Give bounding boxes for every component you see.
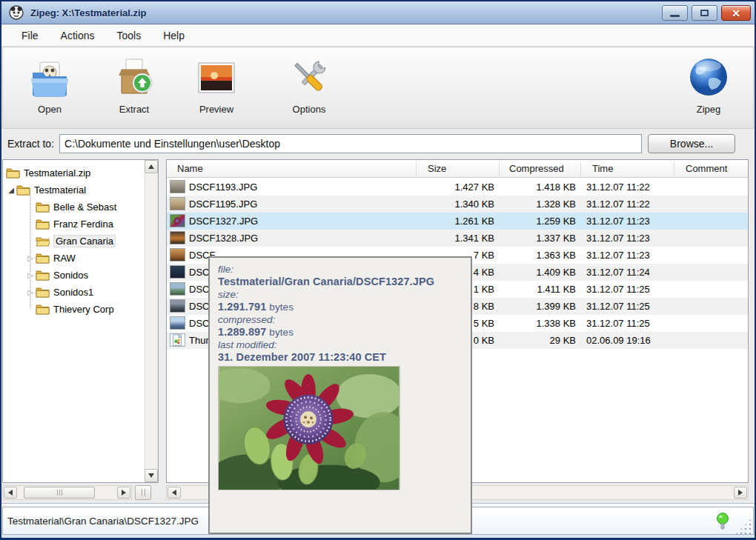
extract-icon	[113, 56, 156, 99]
minimize-button[interactable]	[662, 5, 688, 21]
tree-item-testmaterial[interactable]: ◢Testmaterial	[3, 181, 145, 199]
scroll-up-button[interactable]	[145, 160, 158, 173]
window-title: Zipeg: X:\Testmaterial.zip	[30, 7, 147, 19]
scroll-right-button[interactable]	[117, 487, 130, 499]
tree-item-raw[interactable]: ▷RAW	[3, 250, 145, 267]
tree-item-thievery-corp[interactable]: Thievery Corp	[3, 301, 145, 318]
menu-item-tools[interactable]: Tools	[108, 27, 149, 44]
list-header: Name Size Compressed Time Comment	[167, 160, 748, 178]
comment-cell	[686, 213, 745, 230]
size-cell: 1.427 KB	[419, 179, 494, 196]
folder-icon	[36, 201, 50, 213]
open-button[interactable]: Open	[17, 53, 82, 124]
scroll-down-button[interactable]	[145, 469, 158, 482]
extract-to-label: Extract to:	[7, 138, 54, 150]
tree-item-label: Belle & Sebast	[53, 201, 116, 213]
file-row-dscf1195-jpg[interactable]: DSCF1195.JPG1.340 KB1.328 KB31.12.07 11:…	[167, 196, 748, 213]
tree-item-label: Sonidos1	[53, 287, 93, 298]
tree-item-label: Thievery Corp	[53, 304, 114, 315]
scroll-right-button[interactable]	[734, 487, 747, 499]
open-archive-icon	[28, 56, 71, 99]
time-cell: 31.12.07 11:22	[586, 196, 674, 213]
preview-icon	[195, 56, 238, 99]
column-separator[interactable]	[674, 162, 674, 176]
tree-item-label: Testmaterial	[34, 184, 86, 196]
folder-icon	[36, 253, 50, 264]
time-cell: 31.12.07 11:23	[586, 247, 674, 264]
column-separator[interactable]	[416, 162, 417, 176]
tooltip-size-label: size:	[218, 289, 463, 300]
tree-item-sonidos[interactable]: ▷Sonidos	[3, 267, 145, 284]
tree-item-sonidos1[interactable]: ▷Sonidos1	[3, 284, 145, 301]
folder-icon	[6, 167, 20, 179]
column-header-size[interactable]: Size	[428, 160, 446, 178]
options-button[interactable]: Options	[276, 53, 342, 124]
scroll-left-button[interactable]	[168, 487, 181, 499]
title-bar[interactable]: Zipeg: X:\Testmaterial.zip ✕	[1, 1, 755, 24]
column-header-name[interactable]: Name	[177, 160, 203, 178]
tooltip-modified-value: 31. Dezember 2007 11:23:40 CET	[218, 351, 463, 363]
time-cell: 31.12.07 11:25	[586, 298, 674, 315]
menu-item-help[interactable]: Help	[155, 27, 193, 44]
passion-flower-photo	[218, 366, 400, 490]
file-name-cell: DSCF1195.JPG	[189, 196, 414, 213]
tree-item-label: Gran Canaria	[53, 235, 116, 247]
collapsed-triangle-icon[interactable]: ▷	[25, 271, 36, 279]
arrow-up-icon	[148, 164, 154, 169]
time-cell: 31.12.07 11:22	[586, 179, 674, 196]
file-thumbnail	[170, 231, 185, 244]
menu-item-file[interactable]: File	[13, 27, 47, 44]
comment-cell	[686, 281, 745, 298]
column-separator[interactable]	[580, 162, 581, 176]
open-button-label: Open	[17, 104, 82, 115]
extract-button[interactable]: Extract	[102, 53, 167, 124]
scroll-left-button[interactable]	[4, 487, 17, 499]
tree-vertical-scrollbar[interactable]	[145, 160, 158, 482]
column-separator[interactable]	[499, 162, 500, 176]
time-cell: 31.12.07 11:23	[586, 213, 674, 230]
tooltip-file-label: file:	[218, 264, 463, 275]
column-header-time[interactable]: Time	[592, 160, 613, 178]
time-cell: 31.12.07 11:25	[586, 281, 674, 298]
tree-guide-line	[30, 194, 30, 309]
file-row-dscf1328-jpg[interactable]: DSCF1328.JPG1.341 KB1.337 KB31.12.07 11:…	[167, 230, 748, 247]
close-icon: ✕	[732, 8, 740, 19]
preview-button[interactable]: Preview	[184, 53, 249, 124]
browse-button[interactable]: Browse...	[648, 134, 735, 153]
tree-item-franz-ferdina[interactable]: Franz Ferdina	[3, 216, 145, 233]
comment-cell	[686, 196, 745, 213]
close-button[interactable]: ✕	[721, 5, 751, 21]
file-row-dscf1327-jpg[interactable]: DSCF1327.JPG1.261 KB1.259 KB31.12.07 11:…	[167, 213, 748, 230]
extract-path-input[interactable]	[59, 134, 642, 153]
expanded-triangle-icon[interactable]: ◢	[6, 186, 16, 194]
tree-horizontal-scrollbar[interactable]	[2, 485, 132, 500]
scrollbar-thumb[interactable]	[24, 487, 95, 499]
tree-item-belle-sebast[interactable]: Belle & Sebast	[3, 199, 145, 216]
tree-item-label: Franz Ferdina	[53, 219, 113, 230]
zipeg-window: Zipeg: X:\Testmaterial.zip ✕ FileActions…	[0, 0, 756, 540]
tooltip-compressed-value: 1.289.897 bytes	[218, 326, 463, 338]
thumbs-file-icon	[170, 333, 185, 347]
maximize-button[interactable]	[692, 5, 717, 21]
tree-item-gran-canaria[interactable]: Gran Canaria	[3, 233, 145, 250]
folder-icon	[36, 270, 50, 281]
compressed-cell: 1.411 KB	[502, 281, 576, 298]
file-row-dscf1193-jpg[interactable]: DSCF1193.JPG1.427 KB1.418 KB31.12.07 11:…	[167, 179, 748, 196]
tooltip-size-value: 1.291.791 bytes	[218, 301, 463, 313]
column-header-comment[interactable]: Comment	[686, 160, 727, 178]
file-name-cell: DSCF1327.JPG	[189, 213, 414, 230]
menu-bar: FileActionsToolsHelp	[1, 24, 755, 47]
options-button-label: Options	[276, 104, 342, 115]
file-name-cell: DSCF1328.JPG	[189, 230, 414, 247]
collapsed-triangle-icon[interactable]: ▷	[25, 254, 36, 262]
panel-splitter-handle[interactable]	[135, 485, 151, 500]
folder-icon	[36, 304, 50, 315]
tree-item-testmaterial-zip[interactable]: Testmaterial.zip	[3, 164, 145, 181]
column-header-compressed[interactable]: Compressed	[509, 160, 564, 178]
folder-icon	[36, 219, 50, 230]
zipeg-brand-button[interactable]: Zipeg	[676, 53, 741, 124]
status-bulb-icon	[716, 513, 729, 532]
size-cell: 1.341 KB	[419, 230, 494, 247]
menu-item-actions[interactable]: Actions	[53, 27, 103, 44]
collapsed-triangle-icon[interactable]: ▷	[25, 288, 36, 296]
